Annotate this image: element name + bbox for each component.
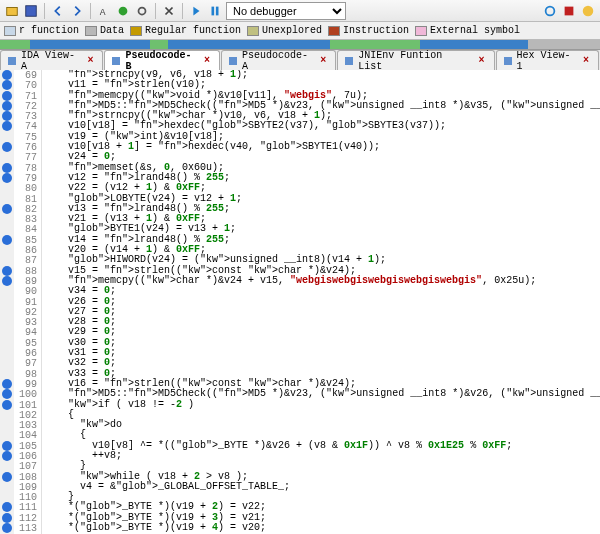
breakpoint-cell[interactable] — [0, 70, 14, 80]
breakpoint-dot-icon[interactable] — [2, 142, 12, 152]
breakpoint-cell[interactable] — [0, 245, 14, 255]
save-icon[interactable] — [23, 3, 39, 19]
breakpoint-cell[interactable] — [0, 502, 14, 512]
breakpoint-cell[interactable] — [0, 235, 14, 245]
breakpoint-cell[interactable] — [0, 348, 14, 358]
tab-pseudocode-b[interactable]: Pseudocode-B× — [104, 50, 219, 70]
breakpoint-cell[interactable] — [0, 297, 14, 307]
breakpoint-cell[interactable] — [0, 461, 14, 471]
legend-item[interactable]: Regular function — [130, 25, 241, 36]
breakpoint-dot-icon[interactable] — [2, 379, 12, 389]
legend-item[interactable]: Unexplored — [247, 25, 322, 36]
breakpoint-cell[interactable] — [0, 142, 14, 152]
code-line[interactable]: ++v8; — [44, 451, 600, 461]
breakpoint-cell[interactable] — [0, 80, 14, 90]
breakpoint-dot-icon[interactable] — [2, 121, 12, 131]
breakpoint-dot-icon[interactable] — [2, 523, 12, 533]
breakpoint-dot-icon[interactable] — [2, 204, 12, 214]
code-line[interactable]: v27 = 0; — [44, 307, 600, 317]
code-text[interactable]: "fn">strncpy(v9, v6, v18 + 1); v11 = "fn… — [42, 70, 600, 534]
breakpoint-cell[interactable] — [0, 194, 14, 204]
breakpoint-cell[interactable] — [0, 430, 14, 440]
tab-close-icon[interactable]: × — [201, 55, 213, 67]
gear-icon[interactable] — [134, 3, 150, 19]
breakpoint-cell[interactable] — [0, 513, 14, 523]
breakpoint-cell[interactable] — [0, 111, 14, 121]
breakpoint-dot-icon[interactable] — [2, 235, 12, 245]
breakpoint-cell[interactable] — [0, 317, 14, 327]
breakpoint-cell[interactable] — [0, 266, 14, 276]
breakpoint-dot-icon[interactable] — [2, 111, 12, 121]
breakpoint-cell[interactable] — [0, 214, 14, 224]
cross-icon[interactable] — [161, 3, 177, 19]
breakpoint-dot-icon[interactable] — [2, 101, 12, 111]
refresh-icon[interactable] — [542, 3, 558, 19]
breakpoint-dot-icon[interactable] — [2, 451, 12, 461]
breakpoint-cell[interactable] — [0, 255, 14, 265]
open-icon[interactable] — [4, 3, 20, 19]
code-line[interactable]: v30 = 0; — [44, 338, 600, 348]
tab-close-icon[interactable]: × — [85, 55, 97, 67]
breakpoint-dot-icon[interactable] — [2, 276, 12, 286]
code-line[interactable]: v4 = &"glob">_GLOBAL_OFFSET_TABLE_; — [44, 482, 600, 492]
tab-jnienv-funtion-list[interactable]: JNIEnv Funtion List× — [337, 50, 494, 70]
code-line[interactable]: "fn">memcpy(("kw">char *)&v24 + v15, "we… — [44, 276, 600, 286]
code-line[interactable]: v28 = 0; — [44, 317, 600, 327]
breakpoint-dot-icon[interactable] — [2, 502, 12, 512]
breakpoint-cell[interactable] — [0, 369, 14, 379]
breakpoint-dot-icon[interactable] — [2, 163, 12, 173]
breakpoint-gutter[interactable] — [0, 70, 14, 534]
breakpoint-cell[interactable] — [0, 152, 14, 162]
breakpoint-dot-icon[interactable] — [2, 70, 12, 80]
code-line[interactable]: "kw">if ( v18 != -2 ) — [44, 400, 600, 410]
overview-bar[interactable] — [0, 40, 600, 50]
code-line[interactable]: v29 = 0; — [44, 327, 600, 337]
tab-close-icon[interactable]: × — [476, 55, 488, 67]
breakpoint-dot-icon[interactable] — [2, 173, 12, 183]
breakpoint-dot-icon[interactable] — [2, 400, 12, 410]
breakpoint-dot-icon[interactable] — [2, 472, 12, 482]
legend-item[interactable]: Instruction — [328, 25, 409, 36]
breakpoint-cell[interactable] — [0, 91, 14, 101]
breakpoint-dot-icon[interactable] — [2, 80, 12, 90]
legend-item[interactable]: r function — [4, 25, 79, 36]
code-line[interactable]: v26 = 0; — [44, 297, 600, 307]
breakpoint-cell[interactable] — [0, 338, 14, 348]
breakpoint-dot-icon[interactable] — [2, 266, 12, 276]
circle-icon[interactable] — [115, 3, 131, 19]
help-icon[interactable] — [580, 3, 596, 19]
breakpoint-cell[interactable] — [0, 163, 14, 173]
tab-ida-view-a[interactable]: IDA View-A× — [0, 50, 103, 70]
tab-pseudocode-a[interactable]: Pseudocode-A× — [221, 50, 336, 70]
code-line[interactable]: v10[v18 + 1] = "fn">hexdec(v40, "glob">S… — [44, 142, 600, 152]
breakpoint-cell[interactable] — [0, 224, 14, 234]
breakpoint-cell[interactable] — [0, 286, 14, 296]
breakpoint-cell[interactable] — [0, 327, 14, 337]
breakpoint-cell[interactable] — [0, 358, 14, 368]
text-icon[interactable]: A — [96, 3, 112, 19]
breakpoint-cell[interactable] — [0, 400, 14, 410]
breakpoint-cell[interactable] — [0, 441, 14, 451]
breakpoint-cell[interactable] — [0, 183, 14, 193]
breakpoint-cell[interactable] — [0, 379, 14, 389]
forward-icon[interactable] — [69, 3, 85, 19]
debugger-select[interactable]: No debugger — [226, 2, 346, 20]
breakpoint-cell[interactable] — [0, 410, 14, 420]
pause-icon[interactable] — [207, 3, 223, 19]
breakpoint-cell[interactable] — [0, 523, 14, 533]
tab-close-icon[interactable]: × — [580, 55, 592, 67]
code-line[interactable]: v32 = 0; — [44, 358, 600, 368]
breakpoint-cell[interactable] — [0, 492, 14, 502]
breakpoint-dot-icon[interactable] — [2, 91, 12, 101]
back-icon[interactable] — [50, 3, 66, 19]
breakpoint-cell[interactable] — [0, 307, 14, 317]
breakpoint-cell[interactable] — [0, 451, 14, 461]
code-line[interactable]: "kw">do — [44, 420, 600, 430]
run-icon[interactable] — [188, 3, 204, 19]
breakpoint-cell[interactable] — [0, 482, 14, 492]
breakpoint-dot-icon[interactable] — [2, 513, 12, 523]
code-line[interactable]: v34 = 0; — [44, 286, 600, 296]
breakpoint-dot-icon[interactable] — [2, 389, 12, 399]
code-line[interactable]: "fn">MD5::"fn">MD5Check(("fn">MD5 *)&v23… — [44, 389, 600, 399]
legend-item[interactable]: External symbol — [415, 25, 520, 36]
